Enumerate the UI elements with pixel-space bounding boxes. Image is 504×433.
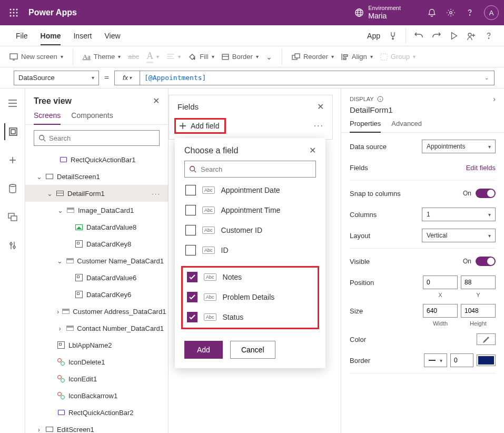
- tab-components[interactable]: Components: [71, 111, 113, 124]
- waffle-menu[interactable]: [5, 4, 22, 21]
- menu-view[interactable]: View: [104, 32, 120, 40]
- rail-insert[interactable]: [4, 152, 21, 169]
- menu-help-icon[interactable]: [484, 31, 493, 41]
- props-expand-icon[interactable]: ›: [493, 95, 496, 103]
- edit-fields-link[interactable]: Edit fields: [466, 164, 496, 172]
- cancel-button[interactable]: Cancel: [230, 341, 275, 359]
- add-button[interactable]: Add: [184, 341, 223, 359]
- tree-node-iconedit1[interactable]: IconEdit1: [25, 370, 168, 387]
- size-width-input[interactable]: [423, 304, 458, 318]
- tree-node-image-datacard1[interactable]: ⌄Image_DataCard1: [25, 202, 168, 219]
- choose-field-close[interactable]: ✕: [309, 145, 316, 155]
- undo-icon[interactable]: [413, 31, 424, 41]
- tree-node-custaddr-dc1[interactable]: ›Customer Address_DataCard1: [25, 303, 168, 320]
- font-color-button[interactable]: A▾: [146, 51, 159, 63]
- tree-node-custname-dc1[interactable]: ⌄Customer Name_DataCard1: [25, 252, 168, 269]
- field-option[interactable]: AbcAppointment Time: [184, 203, 316, 218]
- tree-search-input[interactable]: [49, 134, 155, 142]
- fx-button[interactable]: fx▾: [115, 71, 140, 85]
- visible-toggle[interactable]: [476, 257, 496, 266]
- strikethrough-button[interactable]: abc: [128, 53, 139, 61]
- columns-select[interactable]: 1▾: [422, 208, 496, 221]
- environment-picker[interactable]: Environment Maria: [344, 5, 411, 21]
- tree-node-iconbackarrow1[interactable]: IconBackarrow1: [25, 387, 168, 404]
- menu-insert[interactable]: Insert: [73, 32, 92, 40]
- border-style-select[interactable]: ▾: [424, 353, 447, 367]
- field-checkbox[interactable]: [185, 245, 196, 255]
- tree-node-lblappname2[interactable]: LblAppName2: [25, 337, 168, 353]
- field-option[interactable]: AbcStatus: [186, 310, 314, 324]
- share-icon[interactable]: [466, 31, 477, 41]
- add-field-button[interactable]: Add field: [174, 118, 226, 134]
- tab-advanced[interactable]: Advanced: [391, 120, 422, 132]
- field-checkbox[interactable]: [187, 292, 197, 302]
- rail-media[interactable]: [4, 209, 21, 225]
- tree-node-rectqab2[interactable]: RectQuickActionBar2: [25, 404, 168, 421]
- position-x-input[interactable]: [423, 275, 458, 289]
- field-option[interactable]: AbcAppointment Date: [184, 183, 316, 198]
- formula-input[interactable]: [@Appointments]: [140, 74, 479, 82]
- position-y-input[interactable]: [461, 275, 496, 289]
- menu-app[interactable]: App: [367, 32, 380, 40]
- field-checkbox[interactable]: [187, 312, 197, 322]
- border-width-input[interactable]: [450, 353, 473, 367]
- formula-expand-button[interactable]: ⌄: [479, 75, 494, 81]
- tree-node-icondelete1[interactable]: IconDelete1: [25, 353, 168, 370]
- new-screen-button[interactable]: New screen ▾: [9, 53, 63, 61]
- field-checkbox[interactable]: [185, 205, 196, 215]
- rail-data[interactable]: [4, 180, 21, 197]
- border-color-picker[interactable]: [477, 355, 496, 366]
- field-option[interactable]: AbcCustomer ID: [184, 223, 316, 238]
- help-icon[interactable]: [465, 8, 475, 17]
- menu-file[interactable]: File: [16, 32, 28, 40]
- reorder-button[interactable]: Reorder ▾: [292, 53, 334, 61]
- tree-node-detailform1[interactable]: ⌄DetailForm1···: [25, 185, 168, 202]
- tree-search-box[interactable]: [34, 130, 160, 146]
- tree-node-datacardkey6[interactable]: DataCardKey6: [25, 286, 168, 303]
- preview-icon[interactable]: [449, 31, 459, 41]
- tab-properties[interactable]: Properties: [350, 120, 381, 133]
- field-option[interactable]: AbcID: [184, 243, 316, 258]
- fields-panel-more[interactable]: ···: [314, 121, 327, 131]
- tree-node-more[interactable]: ···: [152, 190, 164, 198]
- notifications-icon[interactable]: [427, 8, 437, 17]
- tab-screens[interactable]: Screens: [34, 111, 61, 125]
- field-option[interactable]: AbcProblem Details: [186, 290, 314, 304]
- tree-node-datacardvalue8[interactable]: DataCardValue8: [25, 219, 168, 235]
- tree-node-datacardvalue6[interactable]: DataCardValue6: [25, 269, 168, 286]
- theme-button[interactable]: Aa Theme ▾: [83, 53, 121, 61]
- fill-button[interactable]: Fill ▾: [188, 53, 214, 61]
- rail-tree-view[interactable]: [4, 123, 21, 140]
- app-checker-icon[interactable]: [388, 31, 398, 41]
- color-picker[interactable]: [477, 333, 496, 345]
- fields-panel-close[interactable]: ✕: [317, 102, 324, 112]
- field-checkbox[interactable]: [185, 185, 196, 195]
- choose-field-search-input[interactable]: [201, 165, 311, 173]
- field-checkbox[interactable]: [185, 225, 196, 235]
- property-selector[interactable]: DataSource ▾: [14, 71, 99, 85]
- size-height-input[interactable]: [461, 304, 496, 318]
- info-icon[interactable]: [377, 96, 383, 102]
- field-option[interactable]: AbcNotes: [186, 270, 314, 284]
- group-button[interactable]: Group ▾: [380, 53, 416, 61]
- align-button[interactable]: Align ▾: [341, 53, 373, 61]
- tree-close-button[interactable]: ✕: [153, 96, 160, 106]
- redo-icon[interactable]: [431, 31, 442, 41]
- settings-icon[interactable]: [446, 8, 456, 17]
- tree-node-rectqab1[interactable]: RectQuickActionBar1: [25, 151, 168, 168]
- rail-hamburger[interactable]: [4, 95, 21, 112]
- choose-field-search-box[interactable]: [184, 161, 316, 178]
- account-avatar[interactable]: A: [484, 5, 499, 20]
- tree-node-detailscreen1[interactable]: ⌄DetailScreen1: [25, 168, 168, 185]
- rail-advanced-tools[interactable]: [4, 237, 21, 254]
- border-button[interactable]: Border ▾: [222, 53, 259, 61]
- tree-node-editscreen1[interactable]: ›EditScreen1: [25, 421, 168, 433]
- toolbar-expand-button[interactable]: ⌄: [266, 53, 272, 61]
- tree-node-datacardkey8[interactable]: DataCardKey8: [25, 235, 168, 252]
- menu-home[interactable]: Home: [41, 32, 61, 45]
- align-text-button[interactable]: ▾: [166, 54, 181, 60]
- snap-toggle[interactable]: [476, 189, 496, 198]
- tree-node-contactnum-dc1[interactable]: ›Contact Number_DataCard1: [25, 320, 168, 337]
- data-source-select[interactable]: Appointments▾: [422, 140, 496, 153]
- field-checkbox[interactable]: [187, 272, 197, 282]
